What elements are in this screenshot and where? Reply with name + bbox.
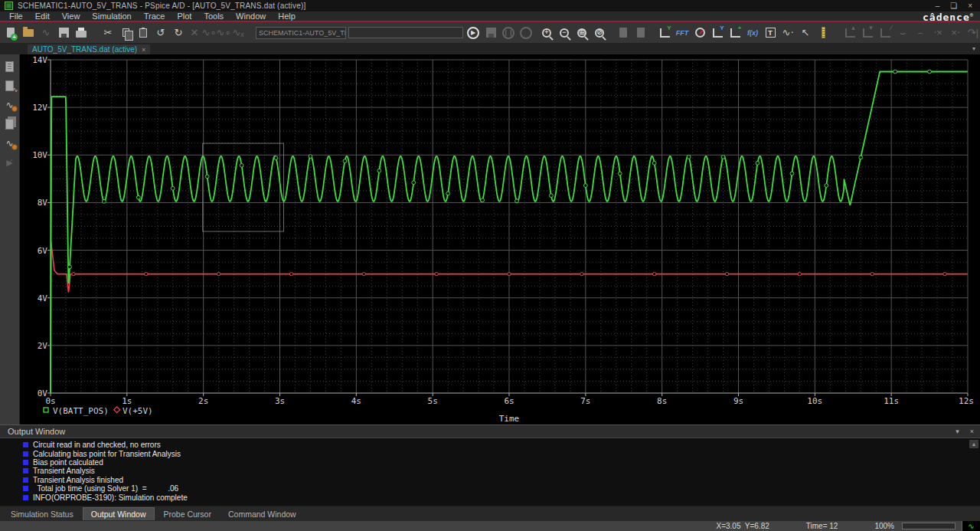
plot-canvas[interactable]: 0V 2V 4V 6V 8V 10V 12V 14V 0s 1s 2s 3s 4… <box>20 54 979 426</box>
add-y-axis-icon[interactable]: Y <box>710 25 725 41</box>
voltage-marker-icon[interactable]: ✕ <box>188 25 201 41</box>
legend-marker-batt-pos[interactable] <box>44 408 48 412</box>
output-close-icon[interactable]: × <box>970 428 974 435</box>
view-simulation-results-icon[interactable]: ∿ <box>3 99 17 111</box>
menu-help[interactable]: Help <box>272 11 302 21</box>
output-message-row: Transient Analysis finished <box>23 476 980 484</box>
close-button[interactable]: × <box>968 2 972 10</box>
cursor-next-transition-icon[interactable]: ↷| <box>965 25 980 41</box>
tab-simulation-status[interactable]: Simulation Status <box>3 508 81 520</box>
menu-tools[interactable]: Tools <box>198 11 230 21</box>
x-tick-1s: 1s <box>122 396 132 406</box>
cursor-trough-icon[interactable]: ▼ <box>860 25 875 41</box>
message-bullet-icon <box>23 442 28 447</box>
legend-label-batt-pos[interactable]: V(BATT_POS) <box>53 406 109 416</box>
undo-icon[interactable]: ↺ <box>153 25 168 41</box>
menu-trace[interactable]: Trace <box>138 11 172 21</box>
minimize-button[interactable]: – <box>936 2 940 10</box>
pause-button[interactable]: ❙❙ <box>501 25 516 41</box>
tab-output-window[interactable]: Output Window <box>83 507 155 520</box>
cursor-point-icon[interactable]: ⋅× <box>930 25 946 41</box>
view-simulation-files-icon[interactable] <box>3 118 17 130</box>
message-bullet-icon <box>23 460 28 465</box>
zoom-area-icon[interactable]: ⊞ <box>574 25 590 41</box>
output-message-row: Transient Analysis <box>23 467 980 475</box>
output-collapse-icon[interactable]: ▾ <box>956 428 959 435</box>
scroll-up-icon[interactable]: ▲ <box>969 440 978 448</box>
output-message-row: Circuit read in and checked, no errors <box>23 441 980 449</box>
tab-list-dropdown-icon[interactable]: ▾ <box>972 45 975 52</box>
voltage-level-marker-icon[interactable]: ∿∘ <box>203 25 215 41</box>
cursor-slope-icon[interactable]: ∕ <box>877 25 893 41</box>
performance-analysis-icon[interactable] <box>692 25 707 41</box>
cursor-search-icon[interactable]: ×⋅ <box>948 25 963 41</box>
append-waveform-icon[interactable]: ∿ <box>38 25 54 41</box>
menu-view[interactable]: View <box>56 11 87 21</box>
save-results-icon[interactable] <box>483 25 498 41</box>
output-window-body: Circuit read in and checked, no errors C… <box>0 438 980 506</box>
run-queue-icon[interactable]: ▶̸ <box>3 156 17 169</box>
copy-icon[interactable] <box>118 25 133 41</box>
mark-data-points-icon[interactable] <box>815 25 831 41</box>
simulation-profile-combo[interactable]: SCHEMATIC1-AUTO_5V_TRA <box>256 27 346 39</box>
view-netlist-icon[interactable] <box>3 61 17 73</box>
waveform-status-icon: ∿ <box>962 521 980 531</box>
redo-icon[interactable]: ↻ <box>171 25 186 41</box>
menu-file[interactable]: File <box>3 11 29 21</box>
cursor-coordinates: X=3.05 Y=6.82 <box>717 522 769 530</box>
axis-settings-icon[interactable]: Y <box>657 25 672 41</box>
menu-window[interactable]: Window <box>230 11 272 21</box>
y-tick-4: 4V <box>38 293 48 303</box>
menu-edit[interactable]: Edit <box>29 11 56 21</box>
print-icon[interactable] <box>74 25 89 41</box>
text-label-icon[interactable]: T <box>763 25 778 41</box>
output-message: Transient Analysis <box>33 467 95 475</box>
run-button[interactable]: ▶ <box>466 25 481 41</box>
view-output-file-icon[interactable]: ∿ <box>3 80 17 92</box>
save-icon[interactable] <box>56 25 71 41</box>
cursor-min-icon[interactable]: ⌣ <box>895 25 910 41</box>
new-file-icon[interactable]: + <box>3 25 18 41</box>
log-x-axis-icon[interactable] <box>616 25 631 41</box>
simulation-field[interactable] <box>348 27 463 38</box>
y-tick-8: 8V <box>38 198 48 208</box>
stop-button[interactable] <box>518 25 534 41</box>
eval-goal-function-icon[interactable]: f(x) <box>745 25 760 41</box>
y-tick-2: 2V <box>38 341 48 351</box>
output-message-row: INFO(ORPROBE-3190): Simulation complete <box>23 493 980 501</box>
progress-bar <box>902 523 956 529</box>
cut-icon[interactable]: ✂ <box>100 25 116 41</box>
paste-icon[interactable] <box>136 25 151 41</box>
voltage-diff-marker-icon[interactable]: ∿∘ <box>217 25 230 41</box>
x-tick-5s: 5s <box>428 396 438 406</box>
message-bullet-icon <box>23 451 28 457</box>
x-tick-8s: 8s <box>657 396 667 406</box>
y-tick-12: 12V <box>32 103 47 113</box>
cursor-peak-icon[interactable]: ▲ <box>842 25 858 41</box>
zoom-in-icon[interactable]: + <box>539 25 554 41</box>
current-marker-icon[interactable]: ∿ₓ <box>232 25 244 41</box>
tab-probe-cursor[interactable]: Probe Cursor <box>156 508 219 520</box>
output-message: Total job time (using Solver 1) = .06 <box>33 484 178 493</box>
toggle-cursor-icon[interactable]: ∿⋅ <box>780 25 795 41</box>
log-y-axis-icon[interactable] <box>633 25 648 41</box>
tab-auto-5v-trans[interactable]: AUTO_5V_TRANS.dat (active) × <box>28 44 150 54</box>
menu-bar: File Edit View Simulation Trace Plot Too… <box>0 11 980 22</box>
main-toolbar: + ∿ ✂ ↺ ↻ ✕ ∿∘ ∿∘ ∿ₓ SCHEMATIC1-AUTO_5V_… <box>0 22 980 44</box>
restore-button[interactable]: ❏ <box>950 2 957 10</box>
doc-tab-close-icon[interactable]: × <box>142 46 145 54</box>
legend-marker-5v[interactable] <box>114 407 120 413</box>
cursor-pointer-icon[interactable]: ↖ <box>798 25 813 41</box>
waveform-plot[interactable]: 0V 2V 4V 6V 8V 10V 12V 14V 0s 1s 2s 3s 4… <box>20 54 980 424</box>
legend-label-5v[interactable]: V(+5V) <box>122 406 153 416</box>
fft-icon[interactable]: FFT <box>675 25 690 41</box>
menu-plot[interactable]: Plot <box>171 11 198 21</box>
add-plot-icon[interactable]: + <box>727 25 743 41</box>
zoom-fit-icon[interactable]: ⊘ <box>592 25 607 41</box>
zoom-out-icon[interactable]: − <box>557 25 572 41</box>
tab-command-window[interactable]: Command Window <box>220 508 304 520</box>
view-simulation-queue-icon[interactable]: ∿ <box>3 137 17 149</box>
menu-simulation[interactable]: Simulation <box>86 11 137 21</box>
cursor-max-icon[interactable]: ⌢ <box>913 25 928 41</box>
open-file-icon[interactable] <box>21 25 36 41</box>
